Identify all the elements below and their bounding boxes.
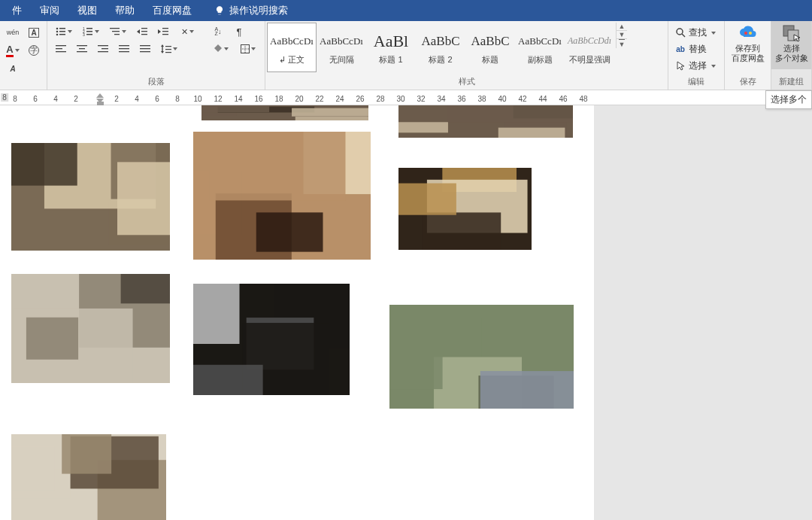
style-preview: AaBbC: [468, 30, 513, 53]
group-newgroup-label: 新建组: [771, 76, 811, 90]
svg-rect-96: [389, 330, 443, 389]
svg-rect-26: [77, 51, 87, 52]
replace-button[interactable]: ab 替换: [671, 41, 720, 57]
style-item-标题 1[interactable]: AaBl标题 1: [366, 23, 416, 72]
phonetic-guide-button[interactable]: wén: [3, 23, 23, 41]
svg-rect-5: [59, 34, 65, 35]
menu-item-review[interactable]: 审阅: [31, 0, 68, 21]
find-button[interactable]: 查找: [671, 25, 720, 41]
justify-button[interactable]: [114, 41, 135, 57]
document-image[interactable]: [193, 132, 371, 260]
svg-rect-82: [121, 274, 170, 303]
ruler-tick: 8: [13, 95, 17, 103]
ruler-tick: 46: [559, 95, 567, 103]
shading-button[interactable]: [208, 41, 235, 57]
document-margin-gray: [594, 105, 812, 520]
document-image[interactable]: [398, 168, 532, 250]
ruler-tick: 4: [53, 95, 58, 103]
style-name-label: ↲ 正文: [279, 54, 304, 65]
menu-item-baidupan[interactable]: 百度网盘: [144, 0, 201, 21]
document-image[interactable]: [11, 143, 170, 251]
select-multiple-objects-button[interactable]: 选择多个对象: [771, 21, 811, 69]
style-item-副标题[interactable]: AaBbCcDı副标题: [515, 23, 565, 72]
ruler-tick: 42: [518, 95, 526, 103]
horizontal-ruler[interactable]: 8642824681012141618202224262830323436384…: [0, 90, 812, 105]
document-image[interactable]: [11, 434, 166, 520]
increase-indent-button[interactable]: [153, 23, 174, 40]
align-center-button[interactable]: [71, 41, 92, 57]
clear-formatting-button[interactable]: A: [3, 59, 23, 78]
ruler-tick: 20: [295, 95, 303, 103]
ruler-tick: 12: [214, 95, 222, 103]
select-button[interactable]: 选择: [671, 58, 720, 74]
style-preview: AaBbCcDı: [517, 30, 562, 53]
style-name-label: 标题 1: [379, 54, 402, 65]
ribbon-group-styles: AaBbCcDı↲ 正文AaBbCcDı无间隔AaBl标题 1AaBbC标题 2…: [265, 21, 668, 90]
svg-rect-7: [86, 28, 92, 29]
svg-rect-30: [119, 45, 129, 46]
decrease-indent-button[interactable]: [132, 23, 153, 40]
document-canvas[interactable]: [0, 105, 594, 520]
ruler-tick: 6: [33, 95, 38, 103]
gallery-expand[interactable]: ▼: [617, 39, 627, 48]
svg-point-0: [56, 28, 59, 30]
style-item-无间隔[interactable]: AaBbCcDı无间隔: [317, 23, 366, 72]
ruler-tick: 2: [74, 95, 78, 103]
line-spacing-button[interactable]: [156, 41, 183, 57]
save-to-baidu-button[interactable]: 保存到百度网盘: [725, 21, 771, 69]
show-hide-marks-button[interactable]: ¶: [229, 23, 250, 40]
ruler-tick: 18: [274, 95, 283, 103]
ruler-tick: 6: [155, 95, 159, 103]
svg-rect-28: [102, 48, 108, 49]
document-image[interactable]: [398, 105, 573, 138]
document-image[interactable]: [11, 274, 170, 383]
gallery-scroll-up[interactable]: ▲: [617, 23, 627, 31]
align-right-button[interactable]: [92, 41, 114, 57]
menu-item-help[interactable]: 帮助: [106, 0, 144, 21]
svg-rect-14: [114, 34, 120, 35]
style-item-正文[interactable]: AaBbCcDı↲ 正文: [267, 23, 317, 72]
svg-rect-12: [110, 28, 120, 29]
style-item-不明显强调[interactable]: AaBbCcDdı不明显强调: [565, 23, 614, 72]
ruler-tick: 40: [498, 95, 506, 103]
bullets-button[interactable]: [50, 23, 77, 40]
svg-rect-22: [56, 48, 62, 49]
numbering-button[interactable]: 123: [77, 23, 105, 40]
svg-rect-33: [140, 45, 150, 46]
ruler-tick: 36: [457, 95, 465, 103]
cursor-icon: [675, 61, 686, 71]
ruler-tick: 28: [376, 95, 384, 103]
replace-icon: ab: [675, 44, 686, 55]
svg-rect-77: [422, 212, 501, 250]
svg-text:3: 3: [83, 32, 85, 36]
align-left-button[interactable]: [50, 41, 71, 57]
menu-item-view[interactable]: 视图: [68, 0, 106, 21]
svg-rect-38: [165, 49, 171, 50]
distributed-button[interactable]: [135, 41, 156, 57]
borders-button[interactable]: [235, 41, 262, 57]
tell-me-search[interactable]: 操作说明搜索: [205, 0, 297, 21]
ribbon-group-paragraph: 123 ✕ AZ↓ ¶: [47, 21, 265, 90]
svg-rect-18: [162, 28, 168, 29]
style-gallery-scroll: ▲ ▼ ▼: [616, 23, 627, 48]
menu-item-file[interactable]: 件: [3, 0, 31, 21]
svg-rect-3: [59, 31, 65, 32]
style-name-label: 副标题: [528, 54, 553, 65]
svg-rect-88: [193, 284, 240, 344]
style-item-标题 2[interactable]: AaBbC标题 2: [416, 23, 465, 72]
document-image[interactable]: [193, 284, 350, 395]
gallery-scroll-down[interactable]: ▼: [617, 31, 627, 39]
sort-button[interactable]: AZ↓: [208, 23, 229, 40]
multilevel-list-button[interactable]: [105, 23, 132, 40]
document-image[interactable]: [201, 105, 368, 120]
lightbulb-icon: [214, 5, 225, 16]
ruler-tick: 2: [114, 95, 119, 103]
document-image[interactable]: [389, 305, 574, 409]
asian-layout-button[interactable]: ✕: [174, 23, 201, 40]
style-item-标题[interactable]: AaBbC标题: [465, 23, 515, 72]
enclose-character-button[interactable]: 字: [24, 41, 44, 59]
character-border-button[interactable]: A: [24, 23, 44, 41]
ribbon-group-editing: 查找 ab 替换 选择 编辑: [668, 21, 725, 90]
svg-rect-23: [56, 51, 66, 52]
font-color-button[interactable]: A: [3, 41, 23, 59]
